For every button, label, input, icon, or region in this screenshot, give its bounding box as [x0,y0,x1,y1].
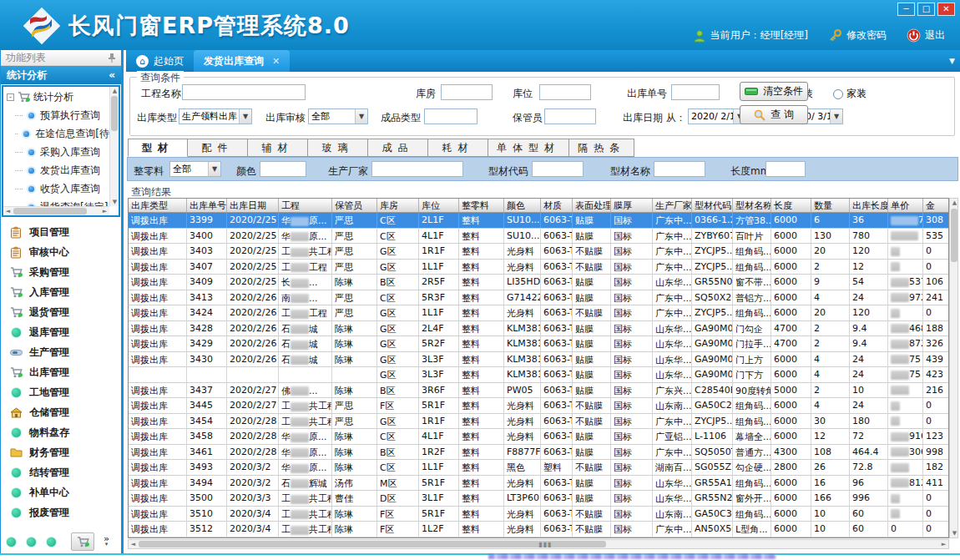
pin-icon[interactable] [108,53,116,63]
column-header-保管员[interactable]: 保管员 [332,199,377,212]
material-tab-辅材[interactable]: 辅材 [248,139,308,157]
sidebar-module-工地管理[interactable]: 工地管理 [1,382,121,402]
location-input[interactable] [539,84,591,100]
sidebar-section-statistics[interactable]: 统计分析 « [1,66,121,84]
maximize-button[interactable]: □ [917,3,935,16]
material-tab-单体型材[interactable]: 单体型材 [488,139,569,157]
column-header-整零料[interactable]: 整零料 [459,199,504,212]
sidebar-module-退货管理[interactable]: 退货管理 [1,302,121,322]
table-row[interactable]: 调拨出库34452020/2/27工共工程严思F区5R1F整料光身料6063-T… [129,398,948,414]
tree-item-采购入库查询[interactable]: 采购入库查询 [3,143,109,161]
table-row[interactable]: 调拨出库34242020/2/26工工程严思G区1L1F整料光身料6063-T5… [129,305,948,321]
audit-select[interactable]: 全部▼ [308,108,368,124]
tree-horizontal-scrollbar[interactable]: ◄ ► [3,206,109,215]
column-header-出库类型[interactable]: 出库类型 [129,199,187,212]
search-button[interactable]: 查 询 [740,105,808,124]
tree-item-退货查询[待定][interactable]: 退货查询[待定] [3,198,109,206]
material-tab-配件[interactable]: 配件 [188,139,248,157]
table-row[interactable]: 调拨出库34612020/2/28华原...陈琳B区1R2F整料F8877FT6… [129,445,948,461]
outbound-type-select[interactable]: 生产领料出库▼ [179,108,252,124]
material-tab-耗材[interactable]: 耗材 [428,139,488,157]
column-header-型材代码[interactable]: 型材代码 [692,199,733,212]
column-header-型材名称[interactable]: 型材名称 [733,199,771,212]
project-name-input[interactable] [182,84,306,100]
material-tab-成品[interactable]: 成品 [368,139,428,157]
sidebar-module-物料盘存[interactable]: 物料盘存 [1,422,121,442]
table-row[interactable]: 调拨出库34372020/2/27佛...陈琳B区3R6F整料PW056063-… [129,383,948,399]
profile-code-input[interactable] [532,161,584,177]
sidebar-module-出库管理[interactable]: 出库管理 [1,362,121,382]
manufacturer-input[interactable] [371,161,463,177]
close-button[interactable]: ✕ [937,3,955,16]
profile-name-input[interactable] [654,161,705,177]
material-tab-型材[interactable]: 型材 [128,139,188,157]
logout-button[interactable]: 退出 [907,28,945,43]
column-header-工程[interactable]: 工程 [279,199,332,212]
tree-vertical-scrollbar[interactable]: ▲ ▼ [109,87,119,206]
sidebar-module-财务管理[interactable]: 财务管理 [1,442,121,462]
table-row[interactable]: 调拨出库34542020/2/28工共工程严思G区1R1F整料光身料6063-T… [129,414,948,430]
sidebar-module-结转管理[interactable]: 结转管理 [1,462,121,482]
tree-item-在途信息查询[待[interactable]: 在途信息查询[待 [3,124,109,143]
column-header-出库长度[interactable]: 出库长度 [850,199,888,212]
table-horizontal-scrollbar[interactable]: ◄ ▮▮▮ ► [128,539,949,549]
tree-item-预算执行查询[interactable]: 预算执行查询 [3,106,109,124]
tree-item-发货出库查询[interactable]: 发货出库查询 [3,161,109,179]
table-row[interactable]: 调拨出库34292020/2/26石城陈琳G区5R2F整料KLM38176063… [129,336,948,352]
column-header-库位[interactable]: 库位 [419,199,459,212]
column-header-库房[interactable]: 库房 [377,199,419,212]
length-input[interactable] [765,161,806,177]
warehouse-input[interactable] [441,84,493,100]
whole-part-select[interactable]: 全部▼ [169,161,221,177]
table-row[interactable]: 调拨出库34942020/3/2石辉城汤伟M区5R1F整料光身料6063-T5贴… [129,476,948,492]
table-row[interactable]: 调拨出库35002020/3/3工共工程曹佳D区3L1F整料LT3P606063… [129,491,948,507]
table-row[interactable]: 调拨出库34302020/2/26石城陈琳G区3L3F整料KLM38176063… [129,352,948,368]
sidebar-module-入库管理[interactable]: 入库管理 [1,282,121,302]
column-header-数量[interactable]: 数量 [811,199,850,212]
table-row[interactable]: G区3L3F整料KLM38176063-T5贴膜国标山东华...GA90M09.… [129,367,948,383]
tree-expander-icon[interactable]: - [7,93,14,101]
column-header-表面处理[interactable]: 表面处理 [573,199,611,212]
change-password-button[interactable]: 修改密码 [828,28,887,43]
color-input[interactable] [260,161,306,177]
column-header-材质[interactable]: 材质 [541,199,573,212]
date-from-picker[interactable]: 2020/ 2/16▼ [688,108,746,124]
sidebar-module-采购管理[interactable]: 采购管理 [1,262,121,282]
column-header-单价[interactable]: 单价 [888,199,923,212]
column-header-膜厚[interactable]: 膜厚 [611,199,653,212]
sidebar-quick-icon[interactable] [26,537,37,547]
column-header-颜色[interactable]: 颜色 [504,199,541,212]
sidebar-module-审核中心[interactable]: 审核中心 [1,242,121,262]
material-tab-玻璃[interactable]: 玻璃 [308,139,368,157]
sidebar-module-报废管理[interactable]: 报废管理 [1,502,121,522]
collapse-icon[interactable]: « [109,69,115,81]
column-header-长度[interactable]: 长度 [771,199,811,212]
table-row[interactable]: 调拨出库34582020/2/28华原...陈琳C区4L1F整料光身料6063-… [129,429,948,445]
sidebar-quick-icon[interactable] [6,537,17,547]
page-tab-发货出库查询[interactable]: 发货出库查询✕ [194,50,290,72]
column-header-出库日期[interactable]: 出库日期 [227,199,279,212]
table-row[interactable]: 调拨出库35122020/3/4工共工程陈琳F区1L2F整料光身料6063-T5… [129,522,948,537]
table-row[interactable]: 调拨出库34072020/2/25工工程严思G区1L1F整料光身料6063-T5… [129,260,948,275]
column-header-金[interactable]: 金 [923,199,949,212]
keeper-input[interactable] [544,108,596,124]
sidebar-module-项目管理[interactable]: 项目管理 [1,222,121,242]
sidebar-cart-button[interactable] [71,532,94,551]
table-row[interactable]: 调拨出库34092020/2/25长...陈琳B区2R5F整料LI35HD606… [129,275,948,290]
table-row[interactable]: 调拨出库34032020/2/25工共工程严思G区1R1F整料光身料6063-T… [129,244,948,260]
sidebar-quick-icon[interactable] [46,537,57,547]
table-row[interactable]: 调拨出库34132020/2/26南...严思C区5R3F整料G71422606… [129,290,948,306]
material-tab-隔热条[interactable]: 隔热条 [569,139,634,157]
sidebar-module-生产管理[interactable]: 生产管理 [1,342,121,362]
tree-item-收货入库查询[interactable]: 收货入库查询 [3,179,109,198]
order-no-input[interactable] [671,84,720,100]
table-row[interactable]: 调拨出库34932020/3/2华原...陈琳C区1L1F整料黑色塑料不贴膜国标… [129,460,948,476]
clear-conditions-button[interactable]: 清空条件 [740,82,808,101]
tree-root-statistics[interactable]: - 统计分析 [3,87,109,106]
sidebar-module-退库管理[interactable]: 退库管理 [1,322,121,342]
table-row[interactable]: 调拨出库34282020/2/26石城陈琳G区2L4F整料KLM38176063… [129,321,948,337]
table-row[interactable]: 调拨出库33992020/2/25华原...严思C区2L1F整料SU10...6… [129,213,948,229]
minimize-button[interactable]: ─ [897,3,915,16]
radio-jiazhuang[interactable]: 家装 [833,87,867,101]
product-type-input[interactable] [424,108,477,124]
